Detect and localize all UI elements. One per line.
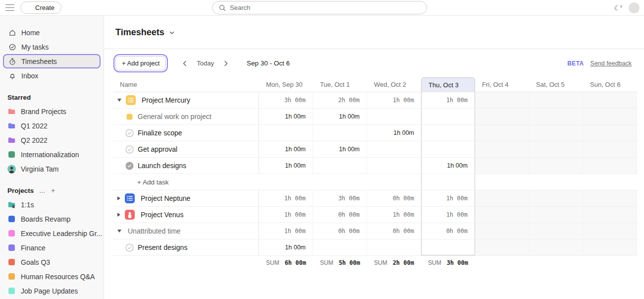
time-cell[interactable] <box>475 125 529 141</box>
expand-caret-icon[interactable] <box>117 213 120 217</box>
time-cell[interactable]: 1h 00m <box>259 223 313 239</box>
row-name-cell[interactable]: Unattributed time <box>113 223 259 239</box>
time-cell[interactable]: 1h 00m <box>259 109 313 124</box>
row-name-cell[interactable]: Present designs <box>113 239 259 255</box>
time-cell[interactable]: 3h 00m <box>313 190 367 206</box>
time-cell[interactable] <box>475 109 529 124</box>
time-cell[interactable]: 0h 00m <box>367 190 421 206</box>
add-project-button[interactable]: + Add project <box>115 56 166 70</box>
task-check-icon[interactable] <box>125 243 134 252</box>
row-name-cell[interactable]: General work on project <box>113 109 259 124</box>
time-cell[interactable] <box>583 190 637 206</box>
time-cell[interactable] <box>367 158 421 174</box>
time-cell[interactable] <box>475 141 529 157</box>
time-cell[interactable]: 1h 00m <box>367 207 421 223</box>
time-cell[interactable] <box>583 158 637 174</box>
sidebar-item-executive-leadership-gr[interactable]: Executive Leadership Gr... <box>0 226 104 240</box>
add-task-button[interactable]: + Add task <box>137 179 168 186</box>
time-cell[interactable] <box>475 158 529 174</box>
time-cell[interactable] <box>529 207 583 223</box>
sidebar-item-timesheets[interactable]: Timesheets <box>3 54 101 68</box>
time-cell[interactable] <box>367 109 421 124</box>
time-cell[interactable] <box>313 239 367 255</box>
projects-add-icon[interactable]: + <box>51 186 55 194</box>
task-check-icon[interactable] <box>125 145 134 154</box>
time-cell[interactable] <box>367 239 421 255</box>
row-name-cell[interactable]: Get approval <box>113 141 259 157</box>
time-cell[interactable]: 1h 00m <box>421 92 475 108</box>
time-cell[interactable] <box>259 125 313 141</box>
time-cell[interactable]: 0h 00m <box>313 223 367 239</box>
hamburger-menu-icon[interactable] <box>5 4 14 11</box>
time-cell[interactable]: 3h 00m <box>259 92 313 108</box>
time-cell[interactable] <box>583 125 637 141</box>
time-cell[interactable]: 1h 00m <box>259 207 313 223</box>
snooze-moon-icon[interactable]: ☾z <box>614 4 622 11</box>
today-button[interactable]: Today <box>197 60 214 67</box>
row-name-cell[interactable]: Project Venus <box>113 207 259 223</box>
time-cell[interactable]: 1h 00m <box>367 125 421 141</box>
collapse-caret-icon[interactable] <box>117 230 121 233</box>
time-cell[interactable]: 0h 00m <box>313 207 367 223</box>
time-cell[interactable] <box>313 158 367 174</box>
time-cell[interactable]: 1h 00m <box>367 92 421 108</box>
sidebar-item-boards-revamp[interactable]: Boards Revamp <box>0 212 104 226</box>
time-cell[interactable] <box>529 109 583 124</box>
time-cell[interactable] <box>475 190 529 206</box>
sidebar-item-goals-q3[interactable]: Goals Q3 <box>0 255 104 269</box>
sidebar-item-internationalization[interactable]: Internationalization <box>0 147 104 162</box>
time-cell[interactable] <box>583 141 637 157</box>
time-cell[interactable] <box>583 109 637 124</box>
search-input[interactable]: Search <box>212 1 427 14</box>
sidebar-item-virginia-tam[interactable]: Virginia Tam <box>0 162 104 176</box>
time-cell[interactable] <box>313 125 367 141</box>
time-cell[interactable]: 2h 00m <box>313 92 367 108</box>
time-cell[interactable]: 1h 00m <box>259 158 313 174</box>
time-cell[interactable] <box>421 125 475 141</box>
title-chevron-down-icon[interactable] <box>169 29 175 37</box>
row-name-cell[interactable]: Project Mercury <box>113 92 259 108</box>
time-cell[interactable] <box>583 92 637 108</box>
sidebar-item-human-resources-q-a[interactable]: Human Resources Q&A <box>0 269 104 284</box>
time-cell[interactable]: 1h 00m <box>421 158 475 174</box>
time-cell[interactable]: 0h 00m <box>367 223 421 239</box>
time-cell[interactable]: 1h 00m <box>259 190 313 206</box>
time-cell[interactable] <box>529 239 583 255</box>
create-button[interactable]: + Create <box>20 1 61 14</box>
task-check-icon[interactable] <box>125 129 134 137</box>
time-cell[interactable] <box>529 141 583 157</box>
expand-caret-icon[interactable] <box>117 196 120 200</box>
sidebar-item-brand-projects[interactable]: Brand Projects <box>0 104 104 119</box>
time-cell[interactable]: 1h 00m <box>421 207 475 223</box>
time-cell[interactable] <box>367 141 421 157</box>
time-cell[interactable]: 1h 00m <box>313 109 367 124</box>
time-cell[interactable] <box>475 92 529 108</box>
next-week-icon[interactable] <box>220 58 231 69</box>
sidebar-item-my-tasks[interactable]: My tasks <box>3 40 101 54</box>
sidebar-item-job-page-updates[interactable]: Job Page Updates <box>0 284 104 298</box>
time-cell[interactable] <box>529 125 583 141</box>
time-cell[interactable] <box>421 109 475 124</box>
task-check-done-icon[interactable] <box>125 162 134 170</box>
sidebar-item-q2-2022[interactable]: Q2 2022 <box>0 133 104 147</box>
sidebar-item-1-1s[interactable]: 1:1s <box>0 197 104 212</box>
sidebar-item-inbox[interactable]: Inbox <box>3 68 101 83</box>
sidebar-item-q1-2022[interactable]: Q1 2022 <box>0 119 104 133</box>
time-cell[interactable] <box>475 239 529 255</box>
time-cell[interactable]: 1h 00m <box>259 239 313 255</box>
time-cell[interactable] <box>529 190 583 206</box>
row-name-cell[interactable]: + Add task <box>113 174 259 190</box>
sidebar-item-finance[interactable]: Finance <box>0 240 104 255</box>
time-cell[interactable]: 1h 00m <box>313 141 367 157</box>
row-name-cell[interactable]: Launch designs <box>113 158 259 174</box>
time-cell[interactable] <box>475 207 529 223</box>
time-cell[interactable]: 0h 00m <box>421 223 475 239</box>
time-cell[interactable]: 1h 00m <box>421 190 475 206</box>
time-cell[interactable] <box>421 141 475 157</box>
time-cell[interactable] <box>529 223 583 239</box>
time-cell[interactable] <box>529 158 583 174</box>
projects-more-icon[interactable]: ... <box>39 186 45 194</box>
time-cell[interactable] <box>529 92 583 108</box>
time-cell[interactable] <box>421 239 475 255</box>
row-name-cell[interactable]: Finalize scope <box>113 125 259 141</box>
